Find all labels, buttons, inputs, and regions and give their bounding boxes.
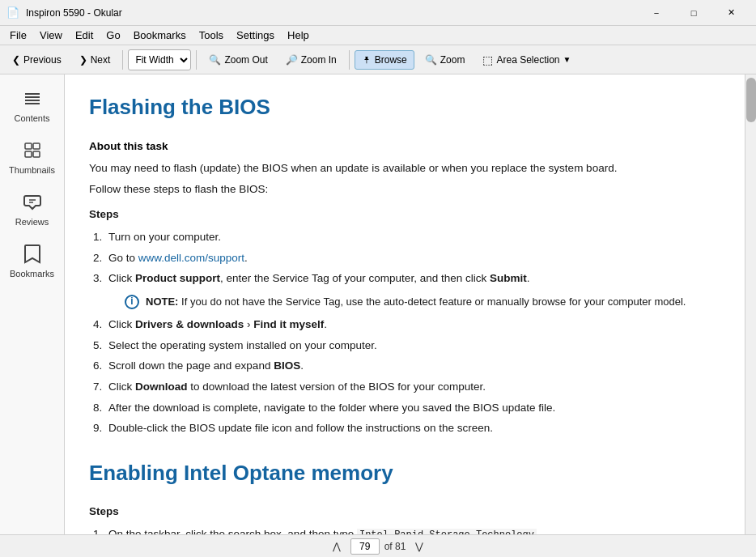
mono-text: Intel Rapid Storage Technology — [357, 529, 537, 534]
page-down-button[interactable]: ⋁ — [410, 539, 428, 554]
list-item: Click Product support, enter the Service… — [105, 270, 724, 309]
steps1-list: Turn on your computer. Go to www.dell.co… — [105, 228, 724, 437]
next-icon: ❯ — [79, 54, 87, 66]
svg-rect-7 — [33, 151, 40, 157]
list-item: On the taskbar, click the search box, an… — [105, 525, 724, 534]
section-spacer — [89, 440, 724, 457]
section1-title: Flashing the BIOS — [89, 91, 724, 125]
sidebar-item-thumbnails[interactable]: Thumbnails — [3, 133, 62, 181]
svg-rect-4 — [25, 143, 32, 149]
svg-rect-5 — [33, 143, 40, 149]
note-icon: i — [125, 295, 139, 309]
zoom-in-label: Zoom In — [301, 54, 337, 66]
menu-settings[interactable]: Settings — [230, 28, 281, 43]
list-item: Scroll down the page and expand BIOS. — [105, 357, 724, 375]
sidebar-item-reviews[interactable]: Reviews — [3, 185, 62, 233]
main-layout: Contents Thumbnails Reviews — [0, 74, 756, 534]
scrollbar-track[interactable] — [745, 74, 756, 534]
window-title: Inspiron 5590 - Okular — [26, 7, 638, 19]
zoom-label: Zoom — [440, 54, 465, 66]
area-selection-icon: ⬚ — [482, 53, 493, 66]
zoom-in-icon: 🔎 — [286, 54, 298, 66]
thumbnails-label: Thumbnails — [9, 165, 55, 175]
sidebar-item-bookmarks[interactable]: Bookmarks — [3, 236, 62, 285]
zoom-out-label: Zoom Out — [224, 54, 267, 66]
about-text1: You may need to flash (update) the BIOS … — [89, 159, 724, 177]
maximize-button[interactable]: □ — [675, 0, 712, 26]
bookmarks-label: Bookmarks — [10, 269, 54, 278]
thumbnails-icon — [21, 139, 44, 162]
close-button[interactable]: ✕ — [712, 0, 750, 26]
minimize-button[interactable]: − — [638, 0, 675, 26]
list-item: Click Download to download the latest ve… — [105, 378, 724, 396]
scrollbar-thumb[interactable] — [746, 78, 756, 122]
svg-rect-6 — [25, 151, 32, 157]
list-item: Select the operating system installed on… — [105, 337, 724, 355]
page-up-button[interactable]: ⋀ — [328, 539, 346, 554]
page-content: Flashing the BIOS About this task You ma… — [65, 74, 756, 534]
sidebar: Contents Thumbnails Reviews — [0, 74, 65, 534]
bookmarks-icon — [21, 243, 44, 266]
browse-button[interactable]: 🖈 Browse — [355, 50, 414, 70]
next-button[interactable]: ❯ Next — [72, 50, 118, 70]
browse-label: Browse — [375, 54, 407, 66]
titlebar: 📄 Inspiron 5590 - Okular − □ ✕ — [0, 0, 756, 26]
dell-support-link[interactable]: www.dell.com/support — [138, 252, 244, 264]
sep2 — [196, 50, 197, 70]
zoom-in-button[interactable]: 🔎 Zoom In — [278, 50, 344, 70]
list-item: Turn on your computer. — [105, 228, 724, 246]
browse-icon: 🖈 — [362, 54, 372, 66]
prev-icon: ❮ — [12, 54, 20, 66]
next-label: Next — [91, 54, 111, 66]
contents-label: Contents — [14, 113, 49, 123]
list-item: After the download is complete, navigate… — [105, 399, 724, 417]
menu-tools[interactable]: Tools — [193, 28, 230, 43]
steps2-list: On the taskbar, click the search box, an… — [105, 525, 724, 534]
page-input[interactable] — [350, 538, 380, 555]
zoom-button[interactable]: 🔍 Zoom — [418, 50, 473, 70]
note-text: NOTE: If you do not have the Service Tag… — [146, 294, 686, 310]
menu-edit[interactable]: Edit — [69, 28, 100, 43]
steps2-label: Steps — [89, 503, 724, 521]
reviews-icon — [21, 191, 44, 214]
page-navigation: ⋀ of 81 ⋁ — [328, 538, 429, 555]
menu-file[interactable]: File — [3, 28, 33, 43]
area-selection-button[interactable]: ⬚ Area Selection ▼ — [475, 49, 578, 70]
prev-button[interactable]: ❮ Previous — [5, 50, 69, 70]
contents-icon — [21, 87, 44, 110]
reviews-label: Reviews — [15, 217, 49, 227]
menu-bookmarks[interactable]: Bookmarks — [127, 28, 193, 43]
list-item: Click Drivers & downloads › Find it myse… — [105, 316, 724, 334]
list-item: Go to www.dell.com/support. — [105, 249, 724, 267]
fit-width-select[interactable]: Fit Width Fit Page 25% 50% 75% 100% — [128, 49, 191, 70]
app-icon: 📄 — [6, 6, 19, 19]
prev-label: Previous — [23, 54, 62, 66]
sep1 — [122, 50, 123, 70]
list-item: Double-click the BIOS update file icon a… — [105, 419, 724, 437]
zoom-icon: 🔍 — [425, 54, 437, 66]
content-area[interactable]: Flashing the BIOS About this task You ma… — [65, 74, 756, 534]
section2-title: Enabling Intel Optane memory — [89, 457, 724, 491]
zoom-out-icon: 🔍 — [209, 54, 221, 66]
sidebar-item-contents[interactable]: Contents — [3, 81, 62, 130]
menubar: File View Edit Go Bookmarks Tools Settin… — [0, 26, 756, 45]
zoom-out-button[interactable]: 🔍 Zoom Out — [202, 50, 274, 70]
window-controls: − □ ✕ — [638, 0, 750, 26]
steps1-label: Steps — [89, 206, 724, 223]
toolbar: ❮ Previous ❯ Next Fit Width Fit Page 25%… — [0, 45, 756, 74]
page-total-label: of 81 — [384, 541, 406, 552]
about-text2: Follow these steps to flash the BIOS: — [89, 181, 724, 198]
menu-go[interactable]: Go — [100, 28, 126, 43]
menu-help[interactable]: Help — [281, 28, 316, 43]
statusbar: ⋀ of 81 ⋁ — [0, 534, 756, 557]
about-task-label: About this task — [89, 138, 724, 155]
area-selection-dropdown-icon: ▼ — [563, 55, 571, 64]
area-selection-label: Area Selection — [496, 54, 559, 66]
note-box: i NOTE: If you do not have the Service T… — [125, 294, 724, 310]
sep3 — [349, 50, 350, 70]
menu-view[interactable]: View — [33, 28, 69, 43]
